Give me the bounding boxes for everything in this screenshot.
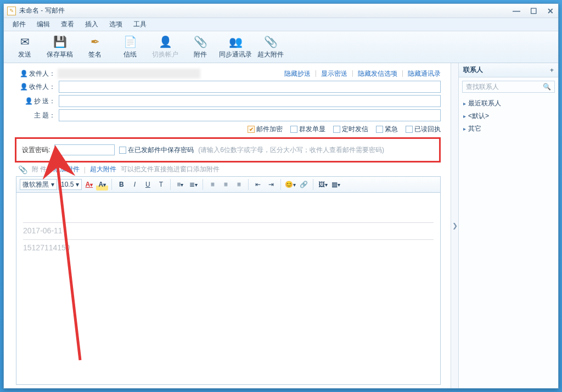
- sender-label: 👤发件人：: [4, 69, 59, 79]
- checkbox-icon: [333, 126, 340, 133]
- chevron-down-icon: ▾: [51, 181, 54, 188]
- menu-tools[interactable]: 工具: [129, 19, 151, 30]
- sync-contacts-button[interactable]: 👥同步通讯录: [218, 32, 253, 62]
- hide-send-options-link[interactable]: 隐藏发信选项: [358, 69, 397, 79]
- cc-input[interactable]: [59, 95, 441, 107]
- italic-button[interactable]: I: [128, 178, 140, 191]
- menu-insert[interactable]: 插入: [81, 19, 103, 30]
- big-attach-link[interactable]: 超大附件: [90, 165, 116, 174]
- subject-label: 主 题：: [4, 111, 59, 120]
- link-button[interactable]: 🔗: [297, 178, 310, 191]
- window-title: 未命名 - 写邮件: [19, 6, 65, 15]
- password-input[interactable]: [54, 144, 115, 155]
- save-password-checkbox[interactable]: 在已发邮件中保存密码: [119, 145, 194, 155]
- underline-button[interactable]: U: [142, 178, 154, 191]
- close-button[interactable]: ✕: [546, 7, 555, 15]
- search-placeholder: 查找联系人: [466, 82, 499, 92]
- person-icon: 👤: [20, 83, 28, 91]
- compose-window: ✎ 未命名 - 写邮件 — ☐ ✕ 邮件 编辑 查看 插入 选项 工具 ✉发送 …: [3, 3, 559, 389]
- person-icon: 👤: [25, 97, 33, 105]
- big-clip-icon: 📎: [263, 35, 278, 49]
- save-draft-button[interactable]: 💾保存草稿: [42, 32, 77, 62]
- size-select[interactable]: 10.5▾: [58, 179, 82, 190]
- encrypt-checkbox[interactable]: ✔邮件加密: [248, 125, 283, 134]
- subject-input[interactable]: [59, 109, 441, 121]
- add-contact-button[interactable]: +: [550, 66, 554, 74]
- hide-cc-link[interactable]: 隐藏抄送: [284, 69, 311, 79]
- image-button[interactable]: 🖼▾: [317, 178, 329, 191]
- to-label: 👤收件人：: [4, 82, 59, 92]
- pen-icon: ✒: [88, 35, 102, 49]
- checkbox-icon: [376, 126, 383, 133]
- clip-icon: 📎: [193, 35, 207, 49]
- urgent-checkbox[interactable]: 紧急: [376, 125, 398, 134]
- checkbox-icon: [290, 126, 297, 133]
- minimize-button[interactable]: —: [512, 7, 521, 15]
- contacts-title: 联系人: [463, 65, 483, 75]
- body-phone: 15127114150: [23, 243, 434, 252]
- triangle-right-icon: ▸: [463, 126, 466, 132]
- table-button[interactable]: ▦▾: [330, 178, 342, 191]
- editor-toolbar: 微软雅黑▾ 10.5▾ A▾ A▾ B I U T ≡▾ ≣▾ ≡ ≡ ≡: [16, 176, 441, 193]
- sender-value[interactable]: [58, 69, 200, 79]
- send-icon: ✉: [18, 35, 32, 49]
- triangle-right-icon: ▸: [463, 113, 466, 119]
- attach-label: 附 件:: [32, 165, 49, 174]
- receipt-checkbox[interactable]: 已读回执: [406, 125, 441, 134]
- attach-hint: 可以把文件直接拖进窗口添加附件: [121, 165, 220, 174]
- signature-button[interactable]: ✒签名: [77, 32, 113, 62]
- body-date: 2017-06-11: [23, 226, 434, 235]
- attach-row: 📎 附 件: 添加附件 | 超大附件 可以把文件直接拖进窗口添加附件: [4, 164, 451, 175]
- attach-button[interactable]: 📎附件: [183, 32, 218, 62]
- triangle-right-icon: ▸: [463, 100, 466, 107]
- contacts-other[interactable]: ▸其它: [461, 122, 556, 135]
- schedule-checkbox[interactable]: 定时发信: [333, 125, 368, 134]
- strike-button[interactable]: T: [155, 178, 167, 191]
- titlebar[interactable]: ✎ 未命名 - 写邮件 — ☐ ✕: [4, 4, 558, 18]
- sync-contacts-icon: 👥: [228, 35, 243, 49]
- hide-contacts-link[interactable]: 隐藏通讯录: [408, 69, 441, 79]
- show-bcc-link[interactable]: 显示密送: [321, 69, 347, 79]
- paper-icon: 📄: [123, 35, 137, 49]
- menu-edit[interactable]: 编辑: [32, 19, 54, 30]
- clip-icon: 📎: [18, 165, 27, 174]
- stationery-button[interactable]: 📄信纸: [113, 32, 148, 62]
- toolbar: ✉发送 💾保存草稿 ✒签名 📄信纸 👤切换帐户 📎附件 👥同步通讯录 📎超大附件: [4, 31, 558, 63]
- save-icon: 💾: [53, 35, 67, 49]
- menu-mail[interactable]: 邮件: [8, 19, 30, 30]
- compose-icon: ✎: [7, 7, 16, 15]
- menu-options[interactable]: 选项: [105, 19, 127, 30]
- list-button[interactable]: ≡▾: [174, 178, 186, 191]
- menubar: 邮件 编辑 查看 插入 选项 工具: [4, 18, 558, 31]
- contacts-recent[interactable]: ▸最近联系人: [461, 97, 556, 110]
- switch-account-button[interactable]: 👤切换帐户: [148, 32, 183, 62]
- contacts-default[interactable]: ▸<默认>: [461, 110, 556, 122]
- to-input[interactable]: [59, 81, 441, 93]
- editor-body[interactable]: 2017-06-11 15127114150: [16, 193, 441, 385]
- maximize-button[interactable]: ☐: [529, 7, 538, 15]
- collapse-side-button[interactable]: ❯: [451, 63, 458, 388]
- send-button[interactable]: ✉发送: [7, 32, 42, 62]
- separate-checkbox[interactable]: 群发单显: [290, 125, 325, 134]
- password-callout: 设置密码: 在已发邮件中保存密码 (请输入6位数字或字母，区分大小写；收件人查看…: [15, 137, 441, 163]
- highlight-button[interactable]: A▾: [96, 178, 108, 191]
- big-attach-button[interactable]: 📎超大附件: [253, 32, 288, 62]
- indent-button[interactable]: ⇥: [265, 178, 277, 191]
- checkbox-icon: [406, 126, 413, 133]
- outdent-button[interactable]: ⇤: [252, 178, 264, 191]
- align-center-button[interactable]: ≡: [220, 178, 232, 191]
- emoji-button[interactable]: 😊▾: [284, 178, 296, 191]
- menu-view[interactable]: 查看: [57, 19, 78, 30]
- bold-button[interactable]: B: [115, 178, 127, 191]
- contacts-search[interactable]: 查找联系人 🔍: [462, 81, 555, 93]
- send-options-row: ✔邮件加密 群发单显 定时发信 紧急 已读回执: [4, 122, 451, 135]
- contacts-panel: 联系人 + 查找联系人 🔍 ▸最近联系人 ▸<默认> ▸其它: [458, 63, 558, 388]
- font-color-button[interactable]: A▾: [83, 178, 95, 191]
- user-icon: 👤: [158, 35, 172, 49]
- font-select[interactable]: 微软雅黑▾: [20, 179, 57, 190]
- add-attach-link[interactable]: 添加附件: [53, 165, 80, 174]
- align-left-button[interactable]: ≡: [206, 178, 218, 191]
- align-right-button[interactable]: ≡: [233, 178, 245, 191]
- numbered-list-button[interactable]: ≣▾: [187, 178, 199, 191]
- person-icon: 👤: [20, 70, 28, 77]
